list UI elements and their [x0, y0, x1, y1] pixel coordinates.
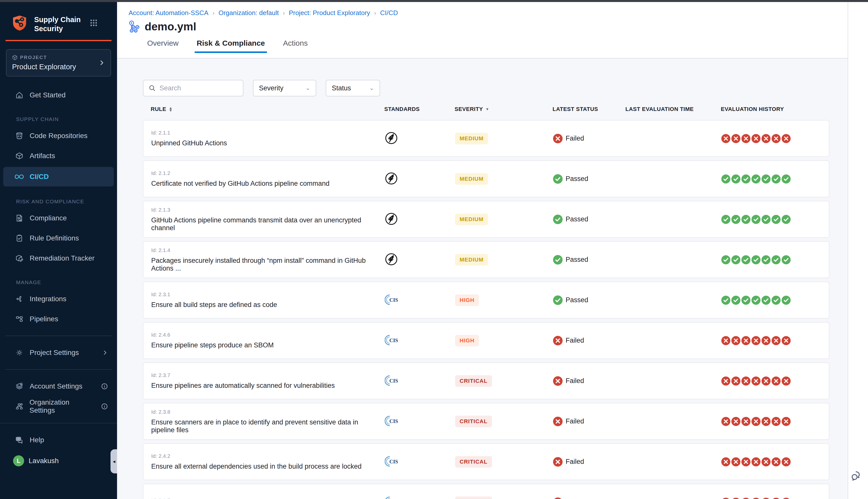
status-icon: [553, 336, 563, 345]
breadcrumb-project-link[interactable]: Project: Product Exploratory: [289, 9, 370, 17]
breadcrumb-organization-link[interactable]: Organization: default: [218, 9, 279, 17]
info-icon[interactable]: [101, 383, 108, 390]
tab-actions[interactable]: Actions: [281, 39, 310, 53]
column-evaluation-history[interactable]: EVALUATION HISTORY: [713, 106, 829, 112]
rule-id: Id: 2.1.3: [151, 207, 377, 213]
table-row[interactable]: Id: 2.1.2 Certificate not verified by Gi…: [143, 160, 829, 197]
table-row[interactable]: Id: 2.4.6 Ensure pipeline steps produce …: [143, 322, 829, 359]
cis-standard-icon: CIS: [385, 293, 401, 306]
sidebar-item-remediation-tracker[interactable]: Remediation Tracker: [0, 248, 117, 268]
status-label: Failed: [566, 458, 584, 466]
sidebar-item-help[interactable]: ? Help: [0, 430, 117, 450]
sort-desc-icon[interactable]: ▼: [485, 108, 489, 111]
rule-title: Packages insecurely installed through “n…: [151, 257, 377, 272]
history-failed-icon: [742, 377, 750, 386]
sidebar-item-cicd[interactable]: CI/CD: [3, 167, 114, 186]
table-row[interactable]: Id: 2.1.4 Packages insecurely installed …: [143, 241, 829, 278]
history-failed-icon: [751, 336, 760, 345]
search-input[interactable]: [159, 84, 238, 92]
box-icon: [14, 152, 24, 160]
table-row[interactable]: Id: 2.1.3 GitHub Actions pipeline comman…: [143, 201, 829, 238]
app-title: Supply Chain Security: [34, 15, 89, 33]
divider: [0, 423, 117, 424]
user-menu[interactable]: L Lavakush: [0, 450, 117, 472]
search-box: [143, 80, 243, 96]
rule-id: Id: 2.1.2: [151, 170, 377, 176]
history-passed-icon: [742, 296, 750, 305]
history-failed-icon: [742, 498, 750, 499]
column-last-evaluation-time[interactable]: LAST EVALUATION TIME: [618, 106, 713, 112]
severity-badge: CRITICAL: [455, 416, 492, 427]
sidebar-item-artifacts[interactable]: Artifacts: [0, 146, 117, 166]
sidebar-item-code-repositories[interactable]: Code Repositories: [0, 126, 117, 146]
project-selector[interactable]: PROJECT Product Exploratory: [6, 49, 111, 76]
sidebar-item-account-settings[interactable]: Account Settings: [0, 376, 117, 396]
table-row[interactable]: Id: 2.3.8 Ensure scanners are in place t…: [143, 403, 829, 440]
sidebar-item-get-started[interactable]: Get Started: [0, 85, 117, 105]
status-icon: [553, 498, 563, 499]
sidebar-item-pipelines[interactable]: Pipelines: [0, 309, 117, 329]
status-icon: [553, 417, 563, 426]
sidebar-item-project-settings[interactable]: Project Settings: [0, 343, 117, 363]
table-row[interactable]: Id: 2.3.7 Ensure pipelines are automatic…: [143, 363, 829, 399]
tab-risk-and-compliance[interactable]: Risk & Compliance: [195, 39, 267, 53]
sidebar-item-integrations[interactable]: Integrations: [0, 289, 117, 309]
sidebar-item-label: Account Settings: [29, 382, 82, 390]
status-label: Passed: [566, 256, 588, 264]
sidebar-item-organization-settings[interactable]: Organization Settings: [0, 396, 117, 416]
breadcrumb-account-link[interactable]: Account: Automation-SSCA: [129, 9, 208, 17]
status-label: Passed: [566, 215, 588, 223]
table-row[interactable]: Id: 2.4.2 Ensure all external dependenci…: [143, 443, 829, 480]
sidebar-item-label: Rule Definitions: [29, 234, 79, 242]
rules-table-body: Id: 2.1.1 Unpinned GitHub Actions: [143, 120, 848, 499]
rule-id: Id: 2.3.7: [151, 372, 377, 378]
info-icon[interactable]: [101, 403, 108, 410]
svg-text:CIS: CIS: [389, 459, 398, 464]
breadcrumb-cicd-link[interactable]: CI/CD: [380, 9, 398, 17]
history-failed-icon: [772, 134, 781, 143]
history-failed-icon: [772, 377, 781, 386]
sidebar-item-compliance[interactable]: Compliance: [0, 208, 117, 228]
column-severity[interactable]: SEVERITY ▼: [447, 106, 545, 112]
column-latest-status[interactable]: LATEST STATUS: [545, 106, 618, 112]
svg-text:?: ?: [17, 438, 19, 440]
main-area: Account: Automation-SSCA › Organization:…: [117, 2, 848, 499]
severity-filter-dropdown[interactable]: Severity ⌄: [253, 80, 316, 96]
table-row[interactable]: Id: 2.3.1 Ensure all build steps are def…: [143, 282, 829, 318]
evaluation-history: [713, 417, 829, 426]
table-row[interactable]: Id: 2.1.1 Unpinned GitHub Actions: [143, 120, 829, 157]
status-filter-label: Status: [332, 84, 351, 92]
rule-title: Ensure pipeline steps produce an SBOM: [151, 341, 377, 349]
rule-title: GitHub Actions pipeline commands transmi…: [151, 216, 377, 232]
column-standards[interactable]: STANDARDS: [376, 106, 447, 112]
sidebar-collapse-handle[interactable]: ◂: [110, 449, 118, 473]
pipelines-icon: [14, 315, 24, 323]
page-title: demo.yml: [145, 20, 196, 33]
breadcrumb-separator: ›: [213, 10, 215, 16]
history-failed-icon: [721, 417, 731, 426]
rule-id: Id: 2.4.6: [151, 332, 377, 338]
tab-overview[interactable]: Overview: [145, 39, 181, 53]
column-rule[interactable]: RULE ▲▼: [143, 106, 376, 112]
history-failed-icon: [761, 457, 771, 466]
severity-badge: MEDIUM: [455, 133, 488, 144]
table-row[interactable]: Id: 3.1.7: [143, 484, 829, 499]
sidebar-item-label: Pipelines: [29, 315, 58, 323]
chat-bubbles-icon[interactable]: [850, 470, 864, 484]
history-passed-icon: [751, 296, 760, 305]
rule-id: Id: 2.3.8: [151, 409, 377, 415]
history-passed-icon: [751, 255, 760, 264]
history-failed-icon: [772, 336, 781, 345]
sort-icon[interactable]: ▲▼: [169, 107, 172, 112]
module-grid-icon[interactable]: [89, 19, 98, 27]
status-label: Passed: [566, 175, 588, 183]
sidebar: Supply Chain Security PROJECT Product Ex…: [0, 2, 117, 499]
history-failed-icon: [772, 457, 781, 466]
history-failed-icon: [772, 417, 781, 426]
history-failed-icon: [751, 134, 760, 143]
sidebar-item-rule-definitions[interactable]: Rule Definitions: [0, 228, 117, 248]
status-icon: [553, 295, 563, 305]
history-passed-icon: [721, 255, 731, 264]
rule-title: Ensure all external dependencies used in…: [151, 463, 377, 471]
status-filter-dropdown[interactable]: Status ⌄: [326, 80, 380, 96]
